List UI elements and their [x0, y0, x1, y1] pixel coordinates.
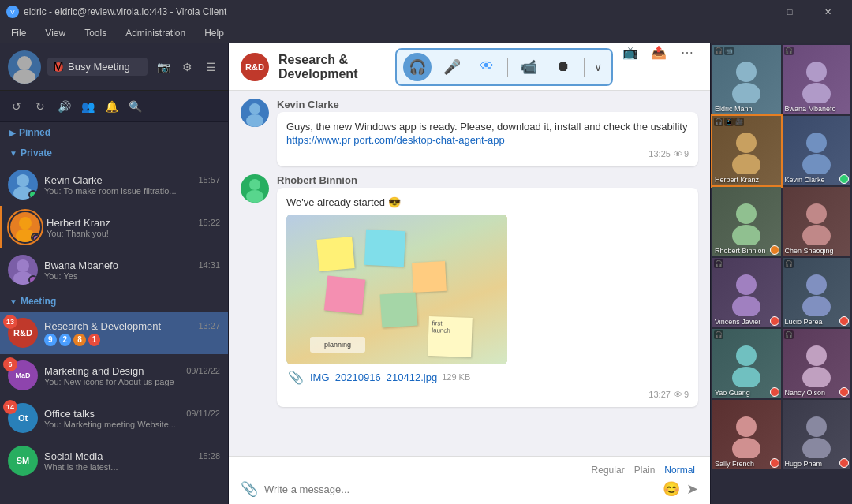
format-normal[interactable]: Normal: [661, 463, 698, 477]
msg-sender-rhobert: Rhobert Binnion: [277, 174, 698, 186]
participant-icons-nancy: 🎧: [784, 330, 794, 339]
msg-views-rhobert: 👁 9: [674, 390, 689, 399]
chat-name-row-bwana: Bwana Mbanefo 14:31: [44, 259, 220, 271]
more-icon[interactable]: ⋯: [676, 43, 698, 64]
section-private[interactable]: ▼ Private: [0, 143, 228, 163]
msg-meta-rhobert: 13:27 👁 9: [286, 390, 689, 399]
menu-tools[interactable]: Tools: [80, 26, 111, 40]
video-icon-eldric: 📹: [724, 47, 734, 55]
menu-view[interactable]: View: [40, 26, 70, 40]
chat-header: R&D Research & Development 🎧 🎤 👁 📹 ⏺ ∨ 📺…: [229, 43, 710, 91]
titlebar-controls: — □ ✕: [734, 0, 846, 24]
attachment-name[interactable]: IMG_20210916_210412.jpg: [310, 370, 437, 384]
headphone-icon-bwana: 🎧: [784, 47, 794, 55]
minimize-button[interactable]: —: [734, 0, 770, 24]
participant-eldric[interactable]: 🎧 📹 Eldric Mann: [712, 45, 781, 114]
msg-text-kevin: Guys, the new Windows app is ready. Plea…: [286, 120, 689, 134]
svg-point-30: [806, 345, 827, 366]
section-meeting[interactable]: ▼ Meeting: [0, 291, 228, 312]
menu-administration[interactable]: Administration: [121, 26, 190, 40]
chat-time-bwana: 14:31: [198, 260, 220, 270]
headphone-icon-nancy: 🎧: [784, 330, 794, 339]
mic-button[interactable]: 🎤: [438, 53, 466, 81]
voice-toolbar: 🎧 🎤 👁 📹 ⏺ ∨: [395, 48, 613, 86]
send-button[interactable]: ➤: [686, 480, 698, 498]
chat-header-avatar: R&D: [241, 53, 269, 81]
chat-item-rd[interactable]: 13 R&D Research & Development 13:27 9 2 …: [0, 312, 228, 354]
video-button[interactable]: 📹: [514, 53, 543, 81]
search-icon[interactable]: 🔍: [125, 96, 145, 117]
svg-point-2: [17, 174, 29, 187]
chat-preview-sm: What is the latest...: [44, 462, 220, 472]
camera-icon[interactable]: 📷: [154, 58, 173, 77]
chat-time-rd: 13:27: [198, 321, 220, 330]
record-button[interactable]: ⏺: [549, 53, 577, 81]
users-icon[interactable]: 👥: [77, 96, 98, 117]
participant-chen[interactable]: Chen Shaoqing: [783, 187, 851, 256]
close-button[interactable]: ✕: [809, 0, 846, 24]
user-avatar[interactable]: [8, 50, 41, 84]
headphone-icon-yao: 🎧: [714, 330, 723, 339]
voice-more-button[interactable]: ∨: [591, 58, 605, 77]
participant-name-vincens: Vincens Javier: [715, 318, 779, 326]
eye-button[interactable]: 👁: [473, 53, 501, 81]
chat-item-sm[interactable]: SM Social Media 15:28 What is the latest…: [0, 439, 228, 482]
participant-nancy[interactable]: 🎧 Nancy Olson: [783, 329, 851, 398]
sync-icon[interactable]: ↻: [30, 96, 50, 117]
chat-item-mad[interactable]: 6 MaD Marketing and Design 09/12/22 You:…: [0, 354, 228, 397]
msg-bubble-kevin: Guys, the new Windows app is ready. Plea…: [277, 112, 698, 166]
participant-yao[interactable]: 🎧 Yao Guang: [712, 329, 781, 398]
notification-icon[interactable]: 🔔: [101, 96, 121, 117]
audio-icon[interactable]: 🔊: [54, 96, 74, 117]
chat-preview-herbert: You: Thank you!: [47, 229, 220, 238]
chat-item-ot[interactable]: 14 Ot Office talks 09/11/22 You: Marketi…: [0, 397, 228, 439]
chat-name-sm: Social Media: [44, 450, 103, 462]
chat-item-bwana[interactable]: Bwana Mbanefo 14:31 You: Yes: [0, 248, 228, 291]
maximize-button[interactable]: □: [772, 0, 808, 24]
format-plain[interactable]: Plain: [631, 463, 659, 477]
participant-avatar-yao: [712, 329, 781, 398]
settings-icon[interactable]: ⚙: [178, 58, 196, 77]
msg-link-kevin[interactable]: https://www.pr port.com/desktop-chat-age…: [286, 134, 689, 146]
message-input[interactable]: [264, 483, 656, 495]
chat-preview-kevin: You: To make room issue filtratio...: [44, 186, 220, 196]
svg-point-21: [732, 225, 760, 245]
meeting-label: Meeting: [21, 296, 56, 307]
participant-kevin[interactable]: Kevin Clarke: [783, 116, 851, 185]
refresh-icon[interactable]: ↺: [6, 96, 27, 117]
screen-share-icon[interactable]: 📺: [619, 43, 641, 64]
participant-name-kevin: Kevin Clarke: [785, 176, 849, 184]
badge-rd-4: 1: [88, 334, 101, 346]
svg-point-12: [736, 62, 757, 82]
participant-herbert[interactable]: 🎧 📱 🎥 Herbert Kranz: [712, 116, 781, 185]
svg-point-22: [806, 203, 827, 224]
svg-point-31: [802, 367, 831, 387]
chat-area: R&D Research & Development 🎧 🎤 👁 📹 ⏺ ∨ 📺…: [229, 43, 710, 504]
participant-sally[interactable]: Sally French: [712, 400, 781, 469]
msg-body-rhobert: Rhobert Binnion We've already started 😎: [277, 174, 698, 407]
svg-point-16: [736, 133, 757, 153]
participant-bwana[interactable]: 🎧 Bwana Mbanefo: [783, 45, 851, 114]
headphone-button[interactable]: 🎧: [403, 53, 432, 81]
avatar-sm: SM: [8, 446, 38, 476]
chat-name-row-kevin: Kevin Clarke 15:57: [44, 174, 220, 186]
participant-vincens[interactable]: 🎧 Vincens Javier: [712, 258, 781, 327]
menu-file[interactable]: File: [6, 26, 31, 40]
format-regular[interactable]: Regular: [589, 463, 628, 477]
voice-divider: [507, 58, 508, 77]
participant-lucio[interactable]: 🎧 Lucio Perea: [783, 258, 851, 327]
section-pinned[interactable]: ▶ Pinned: [0, 122, 228, 143]
chat-item-kevin[interactable]: Kevin Clarke 15:57 You: To make room iss…: [0, 163, 228, 206]
participant-hugo[interactable]: Hugo Pham: [783, 400, 851, 469]
svg-point-20: [736, 203, 757, 224]
emoji-button[interactable]: 😊: [663, 480, 680, 498]
sidebar-action-icons: 📷 ⚙ ☰: [154, 58, 220, 77]
share-icon[interactable]: 📤: [648, 43, 670, 64]
chat-item-herbert[interactable]: Herbert Kranz 15:22 You: Thank you!: [0, 206, 228, 248]
participant-rhobert[interactable]: Rhobert Binnion: [712, 187, 781, 256]
status-dot-yao: [770, 387, 779, 397]
attachment-button[interactable]: 📎: [241, 480, 258, 498]
status-dot-rhobert: [770, 245, 779, 255]
menu-help[interactable]: Help: [200, 26, 229, 40]
menu-icon[interactable]: ☰: [201, 58, 220, 77]
